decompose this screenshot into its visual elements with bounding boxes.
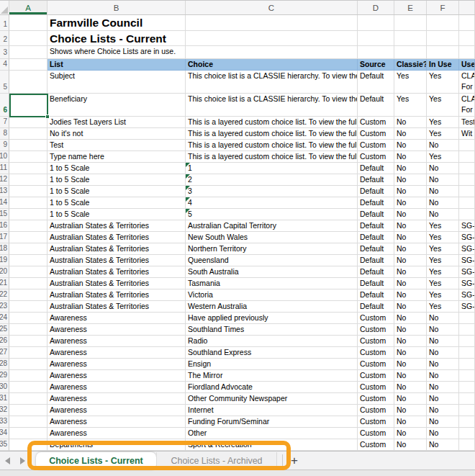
cell-source[interactable]: Default <box>358 278 394 289</box>
cell-a[interactable] <box>9 209 48 220</box>
cell-classie[interactable]: Yes <box>394 94 427 117</box>
cell-source[interactable]: Custom <box>358 359 394 370</box>
cell-list[interactable]: 1 to 5 Scale <box>48 197 186 209</box>
cell-choice[interactable]: 4 <box>186 197 358 209</box>
cell-a4[interactable] <box>9 59 48 71</box>
cell-classie[interactable]: No <box>394 324 427 336</box>
cell-a[interactable] <box>9 220 48 232</box>
cell-source[interactable]: Default <box>358 266 394 278</box>
cell-in-use[interactable]: No <box>427 416 459 428</box>
row-number[interactable]: 14 <box>0 197 9 209</box>
cell-in-use[interactable]: No <box>427 197 459 209</box>
cell-used-in[interactable]: SG- <box>459 220 475 232</box>
column-header-f[interactable]: F <box>427 1 459 14</box>
row-number[interactable]: 31 <box>0 393 9 405</box>
cell-a[interactable] <box>9 393 48 405</box>
row-number[interactable]: 29 <box>0 370 9 382</box>
row-number[interactable]: 32 <box>0 405 9 416</box>
cell-used-in[interactable] <box>459 197 475 209</box>
row-number[interactable]: 1 <box>0 15 9 31</box>
cell-a[interactable] <box>9 255 48 266</box>
cell-in-use[interactable]: Yes <box>427 232 459 243</box>
cell-used-in[interactable] <box>459 209 475 220</box>
cell-a3[interactable] <box>9 46 48 59</box>
cell-choice[interactable]: Other Community Newspaper <box>186 393 358 405</box>
cell-used-in[interactable] <box>459 324 475 336</box>
row-number[interactable]: 35 <box>0 439 9 451</box>
row-number[interactable]: 10 <box>0 151 9 163</box>
row-number[interactable]: 24 <box>0 313 9 324</box>
cell-a[interactable] <box>9 140 48 151</box>
row-number[interactable]: 19 <box>0 255 9 266</box>
cell-in-use[interactable]: No <box>427 405 459 416</box>
cell-a[interactable] <box>9 266 48 278</box>
cell-a[interactable] <box>9 243 48 255</box>
cell-source[interactable]: Default <box>358 197 394 209</box>
cell-used-in[interactable]: Test <box>459 117 475 128</box>
cell-d3[interactable] <box>358 46 394 59</box>
cell-in-use[interactable]: No <box>427 393 459 405</box>
cell-a[interactable] <box>9 336 48 347</box>
cell-choice[interactable]: 1 <box>186 163 358 174</box>
cell-f3[interactable] <box>427 46 459 59</box>
cell-a[interactable] <box>9 301 48 313</box>
cell-choice[interactable]: Southland Times <box>186 324 358 336</box>
cell-in-use[interactable]: No <box>427 382 459 393</box>
cell-list[interactable]: Australian States & Territories <box>48 232 186 243</box>
cell-classie[interactable]: No <box>394 232 427 243</box>
cell-in-use[interactable]: No <box>427 163 459 174</box>
cell-classie[interactable]: No <box>394 209 427 220</box>
cell-list[interactable]: Australian States & Territories <box>48 289 186 301</box>
cell-choice[interactable]: The Mirror <box>186 370 358 382</box>
cell-classie[interactable]: No <box>394 140 427 151</box>
cell-classie[interactable]: No <box>394 370 427 382</box>
cell-a[interactable] <box>9 324 48 336</box>
cell-choice[interactable]: This choice list is a CLASSIE hierarchy.… <box>186 94 358 117</box>
cell-classie[interactable]: No <box>394 174 427 186</box>
cell-classie[interactable]: No <box>394 289 427 301</box>
cell-used-in[interactable] <box>459 359 475 370</box>
row-number[interactable]: 21 <box>0 278 9 289</box>
column-header-g[interactable] <box>459 1 475 14</box>
cell-choice[interactable]: This is a layered custom choice list. To… <box>186 117 358 128</box>
cell-classie[interactable]: No <box>394 186 427 197</box>
cell-f1[interactable] <box>427 15 459 31</box>
cell-used-in[interactable] <box>459 439 475 451</box>
cell-choice[interactable]: Queensland <box>186 255 358 266</box>
cell-used-in[interactable] <box>459 405 475 416</box>
row-number[interactable]: 20 <box>0 266 9 278</box>
row-number[interactable]: 22 <box>0 289 9 301</box>
cell-in-use[interactable]: No <box>427 439 459 451</box>
cell-list[interactable]: Departments <box>48 439 186 451</box>
cell-list[interactable]: No it's not <box>48 128 186 140</box>
cell-used-in[interactable]: SG- <box>459 278 475 289</box>
header-classie[interactable]: Classie? <box>394 59 427 71</box>
cell-choice[interactable]: Northern Territory <box>186 243 358 255</box>
previous-sheet-arrow-icon[interactable] <box>5 457 10 464</box>
cell-classie[interactable]: No <box>394 313 427 324</box>
cell-used-in[interactable] <box>459 428 475 439</box>
cell-a[interactable] <box>9 186 48 197</box>
cell-choice[interactable]: Victoria <box>186 289 358 301</box>
cell-a[interactable] <box>9 405 48 416</box>
cell-choice[interactable]: Fiordland Advocate <box>186 382 358 393</box>
cell-a[interactable] <box>9 313 48 324</box>
cell-classie[interactable]: No <box>394 405 427 416</box>
cell-list[interactable]: Awareness <box>48 324 186 336</box>
cell-choice[interactable]: This is a layered custom choice list. To… <box>186 151 358 163</box>
header-source[interactable]: Source <box>358 59 394 71</box>
cell-choice[interactable]: Sport & Recreation <box>186 439 358 451</box>
row-number[interactable]: 7 <box>0 117 9 128</box>
cell-list[interactable]: Awareness <box>48 336 186 347</box>
cell-list[interactable]: Type name here <box>48 151 186 163</box>
cell-choice[interactable]: 3 <box>186 186 358 197</box>
cell-used-in[interactable]: SG- <box>459 232 475 243</box>
column-header-d[interactable]: D <box>358 1 394 14</box>
cell-used-in[interactable] <box>459 140 475 151</box>
row-number[interactable]: 12 <box>0 174 9 186</box>
row-number[interactable]: 30 <box>0 382 9 393</box>
row-number[interactable]: 3 <box>0 46 9 59</box>
row-number[interactable]: 18 <box>0 243 9 255</box>
row-number[interactable]: 16 <box>0 220 9 232</box>
cell-list[interactable]: 1 to 5 Scale <box>48 186 186 197</box>
